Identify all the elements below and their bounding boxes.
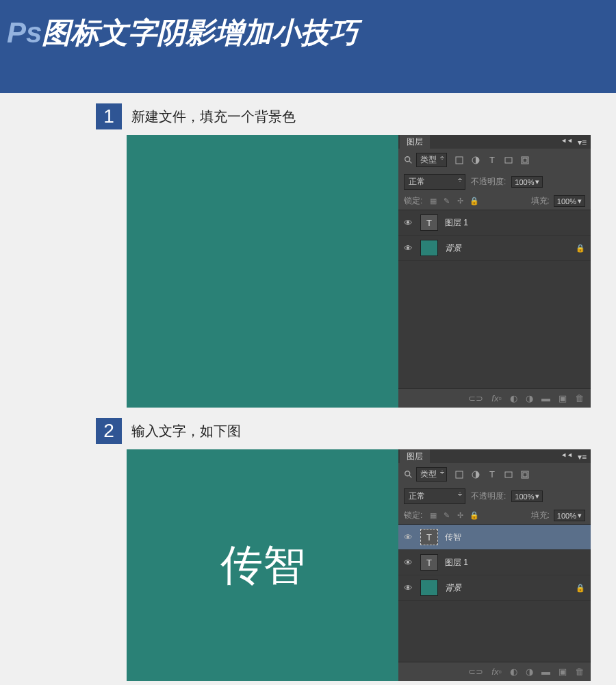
- blend-mode-select[interactable]: 正常: [404, 174, 465, 190]
- step-number-2: 2: [96, 418, 122, 444]
- blend-mode-select[interactable]: 正常: [404, 488, 465, 504]
- search-icon[interactable]: [404, 155, 413, 165]
- visibility-icon[interactable]: 👁: [404, 218, 413, 228]
- trash-icon[interactable]: 🗑: [575, 393, 584, 403]
- svg-rect-11: [505, 472, 512, 477]
- screenshot-1: 图层 ◄◄ ▾≡ 类型 T 正常 不透明度: 100%▾ 锁定:: [127, 135, 591, 408]
- lock-transparent-icon[interactable]: ▦: [428, 196, 438, 206]
- svg-point-0: [405, 156, 410, 161]
- layer-row[interactable]: 👁 T 传智: [398, 525, 591, 550]
- type-filter-icon[interactable]: T: [487, 155, 498, 166]
- opacity-value[interactable]: 100%▾: [511, 176, 543, 188]
- mask-icon[interactable]: ◐: [510, 667, 517, 677]
- blend-row: 正常 不透明度: 100%▾: [398, 171, 591, 192]
- lock-all-icon[interactable]: 🔒: [469, 510, 479, 521]
- svg-point-7: [405, 471, 410, 475]
- fill-value[interactable]: 100%▾: [554, 195, 585, 207]
- panel-footer: ⊂⊃ fx▫ ◐ ◑ ▬ ▣ 🗑: [398, 662, 591, 681]
- adjustment-filter-icon[interactable]: [470, 469, 481, 480]
- svg-rect-9: [456, 471, 463, 478]
- panel-footer: ⊂⊃ fx▫ ◐ ◑ ▬ ▣ 🗑: [398, 388, 591, 408]
- folder-icon[interactable]: ▬: [541, 667, 550, 677]
- lock-pixels-icon[interactable]: ✎: [441, 510, 452, 521]
- canvas-area-2: 传智: [127, 449, 398, 681]
- fx-icon[interactable]: fx▫: [491, 393, 502, 403]
- type-filter-select[interactable]: 类型: [416, 153, 447, 167]
- type-thumb-icon: T: [420, 529, 438, 545]
- collapse-icon[interactable]: ◄◄: [561, 137, 573, 144]
- lock-label: 锁定:: [404, 510, 422, 521]
- smart-filter-icon[interactable]: [519, 469, 530, 480]
- lock-position-icon[interactable]: ✢: [455, 510, 465, 521]
- type-filter-select[interactable]: 类型: [416, 467, 447, 482]
- folder-icon[interactable]: ▬: [541, 393, 550, 403]
- screenshot-2: 传智 图层 ◄◄ ▾≡ 类型 T 正常 不透明度: 100%▾: [127, 449, 591, 681]
- layer-row[interactable]: 👁 背景 🔒: [398, 575, 591, 601]
- visibility-icon[interactable]: 👁: [404, 532, 413, 543]
- link-icon[interactable]: ⊂⊃: [468, 393, 483, 403]
- layers-list-1: 👁 T 图层 1 👁 背景 🔒: [398, 210, 591, 388]
- link-icon[interactable]: ⊂⊃: [468, 667, 483, 677]
- layers-tab[interactable]: 图层: [400, 135, 430, 149]
- layers-panel-2: 图层 ◄◄ ▾≡ 类型 T 正常 不透明度: 100%▾ 锁定:: [398, 449, 591, 681]
- panel-menu-icon[interactable]: ▾≡: [578, 452, 587, 462]
- new-layer-icon[interactable]: ▣: [559, 667, 567, 677]
- smart-filter-icon[interactable]: [519, 155, 530, 166]
- type-thumb-icon: T: [420, 214, 438, 231]
- layers-list-2: 👁 T 传智 👁 T 图层 1 👁 背景 🔒: [398, 525, 591, 662]
- visibility-icon[interactable]: 👁: [404, 558, 413, 568]
- svg-line-1: [409, 160, 412, 163]
- step-1: 1 新建文件，填充一个背景色: [96, 103, 616, 129]
- shape-filter-icon[interactable]: [503, 469, 514, 480]
- collapse-icon[interactable]: ◄◄: [561, 451, 573, 458]
- filter-row: 类型 T: [398, 149, 591, 171]
- pixel-filter-icon[interactable]: [454, 155, 465, 166]
- adjustment-icon[interactable]: ◑: [526, 393, 533, 403]
- trash-icon[interactable]: 🗑: [575, 667, 584, 677]
- step-text-1: 新建文件，填充一个背景色: [131, 108, 296, 126]
- svg-rect-4: [505, 158, 512, 163]
- layers-tab[interactable]: 图层: [400, 449, 430, 464]
- visibility-icon[interactable]: 👁: [404, 583, 413, 593]
- lock-label: 锁定:: [404, 195, 422, 207]
- title-main: 图标文字阴影增加小技巧: [42, 16, 358, 49]
- fill-label: 填充:: [531, 510, 550, 521]
- adjustment-icon[interactable]: ◑: [526, 667, 533, 677]
- mask-icon[interactable]: ◐: [510, 393, 517, 403]
- search-icon[interactable]: [404, 470, 413, 480]
- lock-icons: ▦ ✎ ✢ 🔒: [428, 196, 479, 206]
- adjustment-filter-icon[interactable]: [470, 155, 481, 166]
- shape-filter-icon[interactable]: [503, 155, 514, 166]
- lock-row: 锁定: ▦ ✎ ✢ 🔒 填充: 100%▾: [398, 507, 591, 525]
- title-prefix: Ps: [7, 16, 42, 49]
- layer-thumb: [420, 580, 438, 596]
- lock-position-icon[interactable]: ✢: [455, 196, 465, 206]
- layer-row[interactable]: 👁 T 图层 1: [398, 550, 591, 575]
- layer-name: 传智: [445, 532, 585, 543]
- visibility-icon[interactable]: 👁: [404, 243, 413, 253]
- svg-line-8: [409, 475, 412, 477]
- panel-tabs: 图层 ◄◄ ▾≡: [398, 135, 591, 149]
- opacity-value[interactable]: 100%▾: [511, 490, 543, 502]
- fx-icon[interactable]: fx▫: [491, 667, 502, 677]
- lock-row: 锁定: ▦ ✎ ✢ 🔒 填充: 100%▾: [398, 192, 591, 210]
- panel-tabs: 图层 ◄◄ ▾≡: [398, 449, 591, 463]
- filter-icons: T: [454, 155, 530, 166]
- layer-row[interactable]: 👁 T 图层 1: [398, 210, 591, 236]
- type-filter-icon[interactable]: T: [487, 469, 498, 480]
- panel-menu-icon[interactable]: ▾≡: [578, 138, 587, 147]
- fill-value[interactable]: 100%▾: [554, 510, 585, 521]
- opacity-label: 不透明度:: [471, 176, 506, 188]
- svg-rect-6: [523, 158, 527, 162]
- layer-name: 背景: [445, 242, 569, 254]
- lock-icon: 🔒: [576, 244, 585, 253]
- lock-all-icon[interactable]: 🔒: [469, 196, 479, 206]
- layers-panel-1: 图层 ◄◄ ▾≡ 类型 T 正常 不透明度: 100%▾ 锁定:: [398, 135, 591, 408]
- layer-name: 图层 1: [445, 217, 585, 229]
- layer-name: 背景: [445, 582, 569, 594]
- lock-transparent-icon[interactable]: ▦: [428, 510, 438, 521]
- lock-pixels-icon[interactable]: ✎: [441, 196, 452, 206]
- new-layer-icon[interactable]: ▣: [559, 393, 567, 403]
- layer-row[interactable]: 👁 背景 🔒: [398, 236, 591, 261]
- pixel-filter-icon[interactable]: [454, 469, 465, 480]
